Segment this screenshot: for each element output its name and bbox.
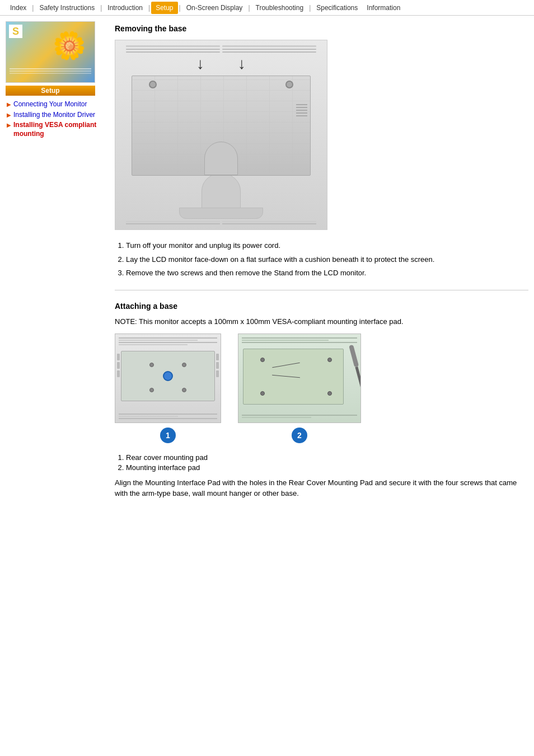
nav-sep-1: |: [31, 4, 35, 12]
nav-sep-2: |: [99, 4, 103, 12]
badge-2: 2: [292, 428, 307, 443]
step-3: Remove the two screws and then remove th…: [126, 267, 528, 279]
navigation-bar: Index | Safety Instructions | Introducti…: [0, 0, 534, 16]
sidebar-link-connecting[interactable]: Connecting Your Monitor: [13, 100, 87, 109]
nav-sep-3: |: [147, 4, 151, 12]
down-arrows: ↓ ↓: [196, 55, 246, 73]
nav-sep-6: |: [308, 4, 312, 12]
flower-image: 🌼: [53, 30, 86, 62]
attach-item-1: Rear cover mounting pad: [126, 453, 528, 462]
arrow-left: ↓: [196, 55, 204, 73]
main-container: S 🌼 Setup ▶ Connecting Your Monitor ▶ In…: [0, 16, 534, 505]
nav-introduction[interactable]: Introduction: [103, 2, 147, 14]
sidebar-item-vesa[interactable]: ▶ Installing VESA compliant mounting: [7, 121, 104, 138]
sidebar-item-connecting[interactable]: ▶ Connecting Your Monitor: [7, 100, 104, 109]
align-text: Align the Mounting Interface Pad with th…: [115, 477, 528, 499]
section1-title: Removing the base: [115, 24, 528, 33]
attach-list: Rear cover mounting pad Mounting interfa…: [126, 453, 528, 472]
nav-safety[interactable]: Safety Instructions: [35, 2, 99, 14]
steps-list: Turn off your monitor and unplug its pow…: [126, 240, 528, 279]
nav-sep-4: |: [178, 4, 182, 12]
attach-image-1: [115, 334, 221, 423]
main-content: Removing the base: [109, 21, 528, 499]
attach-note: NOTE: This monitor accepts a 100mm x 100…: [115, 317, 528, 326]
blue-dot-indicator: [163, 371, 173, 381]
sidebar-logo: S 🌼: [6, 21, 95, 83]
nav-index[interactable]: Index: [6, 2, 31, 14]
attach-image-2: [238, 334, 361, 423]
nav-specifications[interactable]: Specifications: [312, 2, 362, 14]
nav-information[interactable]: Information: [362, 2, 405, 14]
attach-images-row: 1: [115, 334, 528, 443]
arrow-right: ↓: [238, 55, 246, 73]
nav-sep-5: |: [247, 4, 251, 12]
arrow-icon-connecting: ▶: [7, 101, 11, 107]
attach-item-2: Mounting interface pad: [126, 463, 528, 472]
logo-s-letter: S: [9, 25, 22, 38]
sidebar-link-vesa[interactable]: Installing VESA compliant mounting: [13, 121, 104, 138]
section2-title: Attaching a base: [115, 302, 528, 311]
monitor-back-image: ↓ ↓: [115, 40, 327, 230]
setup-badge: Setup: [6, 86, 95, 96]
nav-troubleshooting[interactable]: Troubleshooting: [251, 2, 308, 14]
sidebar-menu: ▶ Connecting Your Monitor ▶ Installing t…: [7, 100, 104, 138]
attach-image-1-container: 1: [115, 334, 221, 443]
attach-image-2-container: 2: [238, 334, 361, 443]
nav-osd[interactable]: On-Screen Display: [182, 2, 247, 14]
step-2: Lay the LCD monitor face-down on a flat …: [126, 254, 528, 265]
arrow-icon-vesa: ▶: [7, 122, 11, 128]
badge-1: 1: [160, 428, 176, 443]
sidebar-item-driver[interactable]: ▶ Installing the Monitor Driver: [7, 111, 104, 120]
section-divider: [115, 290, 528, 290]
arrow-icon-driver: ▶: [7, 112, 11, 118]
step-1: Turn off your monitor and unplug its pow…: [126, 240, 528, 251]
sidebar: S 🌼 Setup ▶ Connecting Your Monitor ▶ In…: [6, 21, 109, 499]
sidebar-link-driver[interactable]: Installing the Monitor Driver: [13, 111, 95, 120]
nav-setup[interactable]: Setup: [151, 2, 177, 14]
